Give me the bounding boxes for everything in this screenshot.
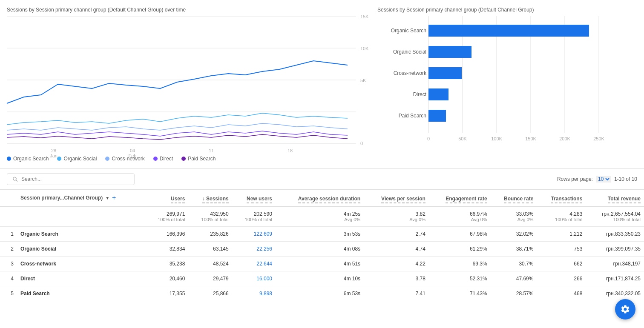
legend-item-paid-search: Paid Search	[181, 156, 216, 162]
total-sessions: 432,950 100% of total	[188, 206, 232, 227]
pagination-info: Rows per page: 10 25 50 1-10 of 10	[557, 176, 637, 183]
svg-text:Jan: Jan	[50, 153, 58, 158]
svg-text:11: 11	[209, 148, 214, 153]
svg-text:Direct: Direct	[413, 91, 427, 97]
row-views: 2.74	[364, 227, 429, 242]
row-new-users: 122,609	[232, 227, 276, 242]
row-transactions: 753	[537, 242, 586, 257]
search-row: Rows per page: 10 25 50 1-10 of 10	[0, 169, 644, 190]
svg-text:100K: 100K	[491, 136, 502, 141]
row-views: 7.41	[364, 286, 429, 301]
col-rank	[0, 190, 17, 206]
col-revenue: Total revenue	[586, 190, 644, 206]
bar-chart-svg: Organic Search Organic Social Cross-netw…	[377, 16, 624, 152]
svg-text:Cross-network: Cross-network	[394, 70, 427, 76]
row-transactions: 468	[537, 286, 586, 301]
table-row: 2 Organic Social 32,834 63,145 22,256 4m…	[0, 242, 644, 257]
legend-dot-organic-search	[7, 157, 11, 161]
col-avg-duration: Average session duration	[276, 190, 364, 206]
col-channel-label: Session primary...Channel Group)	[20, 195, 103, 201]
legend-item-organic-search: Organic Search	[7, 156, 49, 162]
search-box[interactable]	[7, 173, 135, 185]
row-sessions: 25,866	[188, 286, 232, 301]
svg-text:200K: 200K	[559, 136, 570, 141]
row-revenue: грн.171,874.25	[586, 271, 644, 286]
channel-add-icon[interactable]: +	[112, 194, 116, 202]
svg-rect-28	[428, 67, 462, 79]
page-range: 1-10 of 10	[614, 176, 637, 182]
legend-dot-cross-network	[105, 157, 109, 161]
col-engagement-rate: Engagement rate	[429, 190, 491, 206]
svg-text:150K: 150K	[525, 136, 536, 141]
legend-label-direct: Direct	[160, 156, 173, 162]
rows-per-page-select[interactable]: 10 25 50	[596, 176, 611, 183]
row-users: 35,238	[145, 257, 188, 271]
row-avg-duration: 4m 51s	[276, 257, 364, 271]
svg-text:28: 28	[51, 148, 56, 153]
svg-text:0: 0	[427, 136, 430, 141]
col-bounce-rate: Bounce rate	[491, 190, 537, 206]
svg-text:10K: 10K	[360, 46, 369, 51]
row-transactions: 1,212	[537, 227, 586, 242]
legend-label-organic-search: Organic Search	[13, 156, 49, 162]
row-engagement: 61.29%	[429, 242, 491, 257]
legend-item-organic-social: Organic Social	[57, 156, 97, 162]
row-revenue: грн.340,332.05	[586, 286, 644, 301]
row-sessions: 63,145	[188, 242, 232, 257]
table-row: 1 Organic Search 166,396 235,826 122,609…	[0, 227, 644, 242]
row-bounce: 32.02%	[491, 227, 537, 242]
search-input[interactable]	[21, 176, 129, 182]
svg-text:50K: 50K	[458, 136, 467, 141]
total-new-users: 202,590 100% of total	[232, 206, 276, 227]
line-chart-svg: 15K 10K 5K 0 28 Jan 04 Feb 11	[7, 16, 356, 144]
bar-chart-title: Sessions by Session primary channel grou…	[377, 7, 637, 13]
rows-per-page-label: Rows per page:	[557, 176, 593, 182]
svg-text:Organic Search: Organic Search	[391, 28, 426, 34]
legend-item-direct: Direct	[153, 156, 173, 162]
col-transactions: Transactions	[537, 190, 586, 206]
row-sessions: 48,524	[188, 257, 232, 271]
svg-rect-26	[428, 25, 589, 37]
row-avg-duration: 4m 10s	[276, 271, 364, 286]
row-bounce: 38.71%	[491, 242, 537, 257]
total-avg-duration: 4m 25s Avg 0%	[276, 206, 364, 227]
row-channel: Organic Search	[17, 227, 145, 242]
table-row: 5 Paid Search 17,355 25,866 9,898 6m 53s…	[0, 286, 644, 301]
row-rank: 2	[0, 242, 17, 257]
svg-text:250K: 250K	[593, 136, 604, 141]
svg-text:15K: 15K	[360, 14, 369, 19]
svg-point-37	[13, 177, 16, 180]
row-users: 166,396	[145, 227, 188, 242]
row-transactions: 662	[537, 257, 586, 271]
row-channel: Paid Search	[17, 286, 145, 301]
row-engagement: 69.3%	[429, 257, 491, 271]
bar-chart-container: Organic Search Organic Social Cross-netw…	[377, 16, 637, 152]
legend-item-cross-network: Cross-network	[105, 156, 144, 162]
total-bounce-rate: 33.03% Avg 0%	[491, 206, 537, 227]
legend-dot-organic-social	[57, 157, 61, 161]
total-revenue: грн.2,657,554.04 100% of total	[586, 206, 644, 227]
table-row: 4 Direct 20,460 29,479 16,000 4m 10s 3.7…	[0, 271, 644, 286]
table-section: Rows per page: 10 25 50 1-10 of 10 Sessi…	[0, 168, 644, 301]
legend: Organic Search Organic Social Cross-netw…	[0, 152, 644, 168]
row-rank: 3	[0, 257, 17, 271]
svg-rect-30	[428, 110, 446, 122]
row-avg-duration: 3m 53s	[276, 227, 364, 242]
legend-dot-paid-search	[181, 157, 186, 161]
row-channel: Cross-network	[17, 257, 145, 271]
row-bounce: 28.57%	[491, 286, 537, 301]
row-sessions: 235,826	[188, 227, 232, 242]
total-transactions: 4,283 100% of total	[537, 206, 586, 227]
row-new-users: 16,000	[232, 271, 276, 286]
total-engagement-rate: 66.97% Avg 0%	[429, 206, 491, 227]
col-users: Users	[145, 190, 188, 206]
search-icon	[12, 176, 18, 182]
channel-dropdown-icon[interactable]: ▼	[105, 196, 109, 200]
legend-dot-direct	[153, 157, 158, 161]
svg-text:Feb: Feb	[129, 153, 137, 158]
table-row: 3 Cross-network 35,238 48,524 22,644 4m …	[0, 257, 644, 271]
legend-label-organic-social: Organic Social	[63, 156, 97, 162]
row-revenue: грн.833,350.23	[586, 227, 644, 242]
row-bounce: 47.69%	[491, 271, 537, 286]
total-users: 269,971 100% of total	[145, 206, 188, 227]
